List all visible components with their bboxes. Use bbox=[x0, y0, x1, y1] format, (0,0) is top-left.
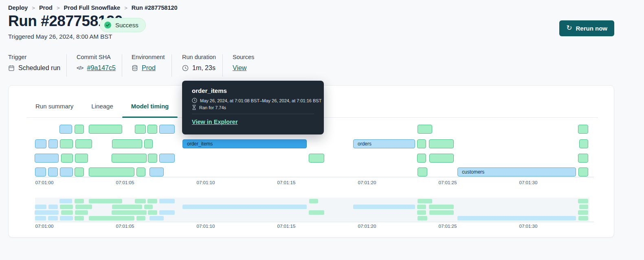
database-icon bbox=[132, 65, 138, 71]
meta-run-duration-value: 1m, 23s bbox=[192, 64, 215, 72]
timing-bar[interactable] bbox=[60, 167, 73, 176]
timing-bar[interactable] bbox=[35, 167, 46, 176]
mini-bar bbox=[75, 205, 92, 209]
timing-bar[interactable] bbox=[75, 139, 92, 148]
timing-bar[interactable] bbox=[579, 139, 588, 148]
timing-bar[interactable] bbox=[429, 154, 454, 163]
timing-bar[interactable] bbox=[61, 154, 73, 163]
view-in-explorer-link[interactable]: View in Explorer bbox=[192, 119, 238, 125]
timing-bar[interactable] bbox=[48, 167, 58, 176]
breadcrumb-separator: > bbox=[57, 5, 60, 11]
meta-value-trigger: Scheduled run bbox=[8, 64, 60, 72]
mini-bar bbox=[75, 216, 84, 220]
run-page: Deploy>Prod>Prod Full Snowflake>Run #287… bbox=[0, 0, 644, 260]
meta-sources: SourcesView bbox=[233, 54, 254, 72]
rerun-icon: ↻ bbox=[566, 24, 572, 31]
mini-bar bbox=[182, 205, 307, 209]
mini-axis-line bbox=[35, 222, 594, 222]
meta-divider bbox=[66, 54, 67, 77]
tooltip-model-name: order_items bbox=[192, 87, 314, 94]
run-meta-row: TriggerScheduled runCommit SHA</>#9a147c… bbox=[0, 54, 644, 79]
timing-bar[interactable] bbox=[148, 154, 157, 163]
meta-trigger-value: Scheduled run bbox=[18, 64, 60, 72]
timing-bar[interactable] bbox=[417, 154, 426, 163]
mini-bar bbox=[136, 216, 145, 220]
mini-bar bbox=[75, 210, 88, 215]
breadcrumb-item-prod-full-snowflake[interactable]: Prod Full Snowflake bbox=[64, 4, 121, 11]
timing-bar-orders[interactable]: orders bbox=[353, 139, 415, 148]
timing-bar[interactable] bbox=[147, 125, 157, 134]
timing-bar[interactable] bbox=[35, 139, 46, 148]
code-icon: </> bbox=[77, 65, 84, 71]
timing-bar[interactable] bbox=[35, 154, 59, 163]
mini-axis-tick: 07:01:10 bbox=[197, 224, 215, 229]
timing-bar[interactable] bbox=[112, 139, 142, 148]
mini-bar bbox=[578, 216, 588, 220]
meta-divider bbox=[171, 54, 172, 77]
timing-bar[interactable] bbox=[418, 167, 427, 176]
timing-bar[interactable] bbox=[417, 139, 426, 148]
timing-bar[interactable] bbox=[578, 125, 588, 134]
mini-bar bbox=[144, 205, 153, 209]
breadcrumb-separator: > bbox=[32, 5, 35, 11]
tooltip-divider bbox=[192, 114, 314, 114]
timing-bar[interactable] bbox=[48, 139, 58, 148]
meta-divider bbox=[222, 54, 223, 77]
timing-bar[interactable] bbox=[429, 139, 454, 148]
timing-bar[interactable] bbox=[89, 167, 134, 176]
mini-bar bbox=[61, 210, 73, 215]
rerun-button[interactable]: ↻ Rerun now bbox=[559, 20, 614, 36]
timing-bar[interactable] bbox=[75, 154, 88, 163]
meta-sources-value[interactable]: View bbox=[233, 64, 246, 72]
timing-bar[interactable] bbox=[89, 125, 122, 134]
timing-bar[interactable] bbox=[149, 167, 164, 176]
timing-bar[interactable] bbox=[578, 167, 588, 176]
success-check-icon bbox=[104, 21, 112, 29]
timing-overview-strip[interactable] bbox=[35, 198, 589, 221]
timing-bar[interactable] bbox=[159, 154, 175, 163]
timing-bar[interactable] bbox=[418, 125, 432, 134]
breadcrumb-item-run-287758120: Run #287758120 bbox=[132, 4, 178, 11]
meta-trigger: TriggerScheduled run bbox=[8, 54, 60, 72]
mini-bar bbox=[35, 216, 46, 220]
mini-bar bbox=[112, 205, 142, 209]
meta-commit-sha-value[interactable]: #9a147c5 bbox=[87, 64, 116, 72]
mini-bar bbox=[159, 210, 175, 215]
mini-bar bbox=[417, 210, 426, 215]
meta-run-duration: Run duration1m, 23s bbox=[182, 54, 216, 72]
timing-bar[interactable] bbox=[75, 167, 84, 176]
timing-bar[interactable] bbox=[112, 154, 147, 163]
breadcrumb-item-deploy[interactable]: Deploy bbox=[8, 4, 28, 11]
model-timing-tooltip: order_items May 26, 2024, at 7:01:08 BST… bbox=[182, 81, 324, 134]
timing-bar[interactable] bbox=[159, 125, 175, 134]
timing-bar-customers[interactable]: customers bbox=[457, 167, 576, 176]
meta-environment-value[interactable]: Prod bbox=[142, 64, 156, 72]
mini-bar bbox=[35, 205, 46, 209]
meta-commit-sha: Commit SHA</>#9a147c5 bbox=[77, 54, 116, 72]
mini-bar bbox=[418, 216, 427, 220]
main-axis-tick: 07:01:30 bbox=[519, 180, 538, 185]
timing-bar[interactable] bbox=[578, 154, 588, 163]
mini-bar bbox=[89, 199, 122, 203]
status-badge: Success bbox=[100, 18, 146, 32]
mini-bar bbox=[60, 205, 73, 209]
meta-label-sources: Sources bbox=[233, 54, 254, 60]
breadcrumb-item-prod[interactable]: Prod bbox=[39, 4, 53, 11]
mini-bar bbox=[578, 199, 588, 203]
mini-bar bbox=[35, 210, 59, 215]
timing-bar[interactable] bbox=[59, 125, 72, 134]
mini-bar bbox=[418, 199, 432, 203]
timing-bar[interactable] bbox=[60, 139, 73, 148]
main-axis-line bbox=[35, 177, 594, 177]
main-axis-tick: 07:01:20 bbox=[358, 180, 376, 185]
mini-bar bbox=[429, 210, 454, 215]
timing-bar[interactable] bbox=[136, 167, 145, 176]
timing-bar[interactable] bbox=[309, 154, 324, 163]
timing-bar[interactable] bbox=[135, 125, 146, 134]
main-axis-tick: 07:01:05 bbox=[116, 180, 134, 185]
timing-bar-order_items[interactable]: order_items bbox=[182, 139, 307, 148]
mini-axis-tick: 07:01:15 bbox=[277, 224, 296, 229]
mini-bar bbox=[309, 210, 324, 215]
timing-bar[interactable] bbox=[144, 139, 153, 148]
timing-bar[interactable] bbox=[75, 125, 84, 134]
